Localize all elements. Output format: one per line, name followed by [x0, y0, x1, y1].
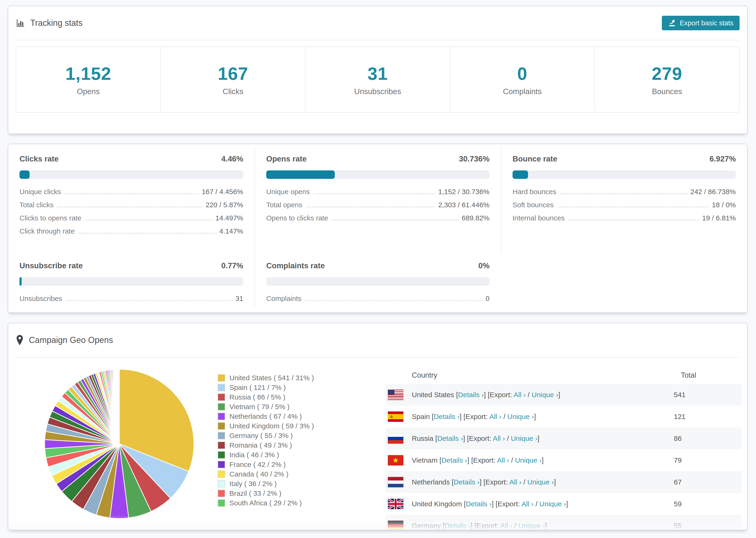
rate-row-label: Opens to clicks rate	[266, 214, 328, 222]
stat-value: 31	[367, 63, 388, 84]
total-cell: 86	[674, 435, 681, 443]
table-row: Spain [Details ›] [Export: All › / Uniqu…	[386, 405, 741, 427]
legend-label: Netherlands ( 67 / 4% )	[229, 412, 302, 420]
legend-item[interactable]: Germany ( 55 / 3% )	[218, 431, 314, 440]
pie-slice[interactable]	[119, 369, 119, 444]
dotted-leader	[557, 207, 709, 207]
pie-legend: United States ( 541 / 31% )Spain ( 121 /…	[218, 373, 314, 508]
column-header-country: Country	[412, 371, 437, 380]
export-unique-link[interactable]: Unique ›	[507, 413, 534, 420]
details-link[interactable]: Details ›	[458, 391, 484, 399]
page-title: Tracking stats	[30, 18, 82, 28]
total-cell: 67	[674, 478, 681, 486]
rate-section-opens-rate: Opens rate30.736%Unique opens1,152 / 30.…	[254, 146, 501, 253]
legend-item[interactable]: United States ( 541 / 31% )	[218, 373, 314, 383]
column-header-total: Total	[681, 371, 696, 380]
export-all-link[interactable]: All ›	[497, 456, 509, 464]
export-all-link[interactable]: All ›	[500, 522, 513, 529]
rate-section-unsubscribe-rate: Unsubscribe rate0.77%Unsubscribes31	[8, 253, 254, 308]
flag-es-icon	[388, 411, 404, 422]
stat-value: 1,152	[66, 63, 111, 84]
dotted-leader	[568, 220, 699, 220]
legend-label: Vietnam ( 79 / 5% )	[229, 403, 290, 411]
rate-row-value: 31	[236, 295, 243, 302]
geo-pie-chart[interactable]	[43, 368, 195, 520]
legend-swatch	[218, 403, 225, 410]
details-link[interactable]: Details ›	[434, 413, 459, 420]
legend-item[interactable]: Romania ( 49 / 3% )	[218, 440, 314, 450]
rate-title: Unsubscribe rate	[20, 261, 83, 270]
legend-item[interactable]: Italy ( 36 / 2% )	[218, 479, 314, 488]
legend-item[interactable]: France ( 42 / 2% )	[218, 459, 314, 469]
geo-body: United States ( 541 / 31% )Spain ( 121 /…	[8, 357, 747, 530]
country-cell: United States [Details ›] [Export: All ›…	[412, 391, 674, 399]
legend-item[interactable]: India ( 46 / 3% )	[218, 450, 314, 459]
rate-section-bounce-rate: Bounce rate6.927%Hard bounces242 / 86.73…	[501, 146, 747, 253]
legend-item[interactable]: Canada ( 40 / 2% )	[218, 469, 314, 479]
dotted-leader	[306, 207, 435, 207]
rate-head: Clicks rate4.46%	[20, 154, 243, 163]
rate-value: 6.927%	[710, 154, 736, 163]
rate-row: Complaints0	[266, 295, 490, 302]
table-row: Germany [Details ›] [Export: All › / Uni…	[386, 515, 741, 530]
rate-row-value: 242 / 86.738%	[690, 188, 736, 196]
bar-chart-icon	[16, 18, 25, 28]
rate-section-clicks-rate: Clicks rate4.46%Unique clicks167 / 4.456…	[8, 146, 254, 253]
legend-swatch	[218, 461, 225, 468]
rate-value: 30.736%	[459, 154, 490, 163]
legend-label: France ( 42 / 2% )	[229, 460, 286, 468]
rate-row-value: 167 / 4.456%	[202, 188, 243, 196]
legend-item[interactable]: Russia ( 86 / 5% )	[218, 392, 314, 402]
legend-item[interactable]: Netherlands ( 67 / 4% )	[218, 411, 314, 421]
export-unique-link[interactable]: Unique ›	[540, 500, 566, 508]
flag-de-icon	[388, 521, 404, 530]
stats-row: 1,152Opens167Clicks31Unsubscribes0Compla…	[16, 46, 739, 113]
dotted-leader	[560, 193, 688, 194]
geo-header: Campaign Geo Opens	[16, 323, 739, 357]
legend-item[interactable]: Brazil ( 33 / 2% )	[218, 488, 314, 498]
details-link[interactable]: Details ›	[466, 500, 492, 508]
export-unique-link[interactable]: Unique ›	[518, 522, 545, 529]
details-link[interactable]: Details ›	[454, 478, 479, 486]
flag-ru-icon	[388, 433, 404, 444]
stat-value: 0	[517, 63, 527, 84]
export-unique-link[interactable]: Unique ›	[531, 391, 558, 399]
rate-row-value: 0	[486, 295, 490, 302]
details-link[interactable]: Details ›	[441, 456, 467, 464]
legend-item[interactable]: Vietnam ( 79 / 5% )	[218, 402, 314, 411]
export-all-link[interactable]: All ›	[493, 435, 505, 442]
export-basic-stats-button[interactable]: Export basic stats	[662, 16, 739, 30]
legend-item[interactable]: South Africa ( 29 / 2% )	[218, 498, 314, 508]
rate-head: Unsubscribe rate0.77%	[20, 261, 243, 270]
legend-label: Italy ( 36 / 2% )	[229, 480, 277, 488]
export-unique-link[interactable]: Unique ›	[511, 435, 537, 442]
legend-label: South Africa ( 29 / 2% )	[229, 499, 302, 507]
geo-table: Country Total United States [Details ›] …	[386, 367, 741, 530]
rate-head: Complaints rate0%	[266, 261, 490, 270]
legend-swatch	[218, 442, 225, 449]
rate-row-label: Internal bounces	[513, 214, 565, 222]
progress-bar	[20, 277, 243, 286]
details-link[interactable]: Details ›	[437, 435, 463, 442]
legend-item[interactable]: United Kingdom ( 59 / 3% )	[218, 421, 314, 431]
stat-value: 279	[652, 63, 682, 84]
details-link[interactable]: Details ›	[445, 522, 470, 529]
rate-value: 4.46%	[221, 154, 243, 163]
legend-swatch	[218, 432, 225, 439]
export-unique-link[interactable]: Unique ›	[515, 456, 542, 464]
export-unique-link[interactable]: Unique ›	[527, 478, 554, 486]
rate-rows: Hard bounces242 / 86.738%Soft bounces18 …	[513, 188, 736, 222]
legend-item[interactable]: Spain ( 121 / 7% )	[218, 383, 314, 392]
legend-label: Spain ( 121 / 7% )	[229, 384, 286, 392]
rate-row-label: Complaints	[266, 295, 301, 302]
export-all-link[interactable]: All ›	[514, 391, 526, 399]
dotted-leader	[313, 193, 435, 194]
stat-value: 167	[218, 63, 248, 84]
export-all-link[interactable]: All ›	[509, 478, 521, 486]
legend-label: Romania ( 49 / 3% )	[229, 441, 292, 449]
export-all-link[interactable]: All ›	[489, 413, 502, 420]
rate-row-label: Unsubscribes	[20, 295, 62, 302]
legend-swatch	[218, 470, 225, 478]
export-all-link[interactable]: All ›	[521, 500, 534, 508]
rate-row-label: Unique opens	[266, 188, 310, 196]
